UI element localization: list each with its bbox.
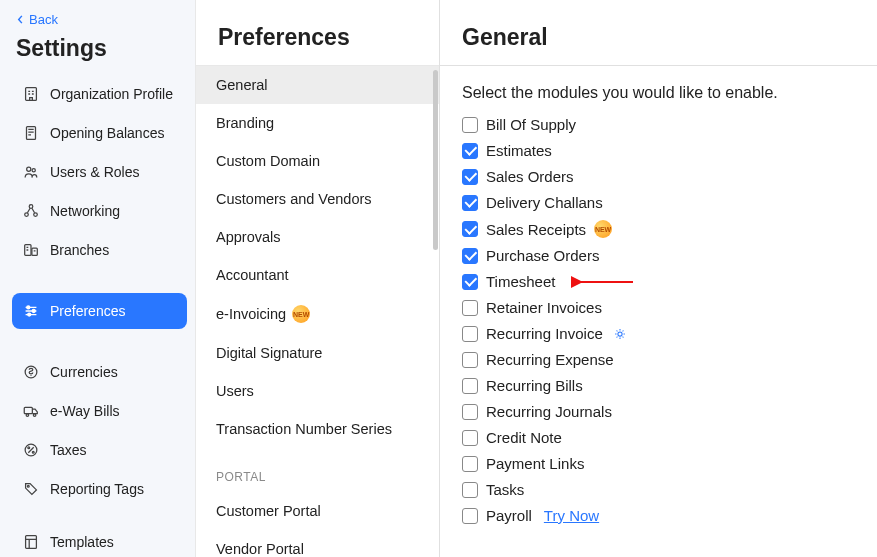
scrollbar-thumb[interactable]: [433, 70, 438, 250]
module-row: Retainer Invoices: [462, 299, 855, 316]
pref-item-accountant[interactable]: Accountant: [196, 256, 439, 294]
module-label: Timesheet: [486, 273, 555, 290]
detail-lead: Select the modules you would like to ena…: [462, 84, 855, 102]
svg-point-22: [618, 331, 622, 335]
module-checkbox[interactable]: [462, 274, 478, 290]
module-checkbox[interactable]: [462, 508, 478, 524]
module-row: Recurring Journals: [462, 403, 855, 420]
svg-point-19: [27, 485, 29, 487]
nav-item-branches[interactable]: Branches: [12, 232, 187, 268]
module-label: Recurring Invoice: [486, 325, 603, 342]
preferences-list: General Branding Custom Domain Customers…: [196, 65, 439, 557]
module-checkbox[interactable]: [462, 300, 478, 316]
nav-item-preferences[interactable]: Preferences: [12, 293, 187, 329]
module-label: Credit Note: [486, 429, 562, 446]
back-link[interactable]: Back: [16, 12, 58, 27]
module-row: Recurring Bills: [462, 377, 855, 394]
module-row: Recurring Expense: [462, 351, 855, 368]
nav-item-label: Branches: [50, 242, 109, 258]
nav-item-label: Reporting Tags: [50, 481, 144, 497]
nav-item-taxes[interactable]: Taxes: [12, 432, 187, 468]
module-label: Recurring Expense: [486, 351, 614, 368]
module-label: Sales Receipts: [486, 221, 586, 238]
pref-item-label: Customers and Vendors: [216, 191, 372, 207]
annotation-arrow-icon: [575, 276, 635, 288]
module-label: Purchase Orders: [486, 247, 599, 264]
nav-item-eway-bills[interactable]: e-Way Bills: [12, 393, 187, 429]
module-label: Payroll: [486, 507, 532, 524]
pref-item-label: Approvals: [216, 229, 280, 245]
module-checkbox[interactable]: [462, 143, 478, 159]
pref-item-label: Custom Domain: [216, 153, 320, 169]
module-row: PayrollTry Now: [462, 507, 855, 524]
module-checkbox[interactable]: [462, 430, 478, 446]
module-checkbox[interactable]: [462, 248, 478, 264]
pref-item-customer-portal[interactable]: Customer Portal: [196, 492, 439, 530]
module-checkbox[interactable]: [462, 456, 478, 472]
module-checkbox[interactable]: [462, 195, 478, 211]
pref-item-e-invoicing[interactable]: e-Invoicing NEW: [196, 294, 439, 334]
scale-icon: [22, 124, 40, 142]
pref-item-branding[interactable]: Branding: [196, 104, 439, 142]
detail-column: General Select the modules you would lik…: [440, 0, 877, 557]
nav-item-label: e-Way Bills: [50, 403, 120, 419]
svg-point-3: [32, 169, 35, 172]
module-row: Payment Links: [462, 455, 855, 472]
nav-item-users-roles[interactable]: Users & Roles: [12, 154, 187, 190]
pref-item-vendor-portal[interactable]: Vendor Portal: [196, 530, 439, 557]
nav-item-currencies[interactable]: Currencies: [12, 354, 187, 390]
svg-point-2: [27, 167, 31, 171]
module-label: Sales Orders: [486, 168, 574, 185]
svg-point-15: [33, 414, 36, 417]
pref-item-approvals[interactable]: Approvals: [196, 218, 439, 256]
module-checkbox[interactable]: [462, 404, 478, 420]
nav-item-label: Taxes: [50, 442, 87, 458]
module-checkbox[interactable]: [462, 482, 478, 498]
module-checkbox[interactable]: [462, 378, 478, 394]
module-row: Purchase Orders: [462, 247, 855, 264]
nav-item-label: Templates: [50, 534, 114, 550]
users-icon: [22, 163, 40, 181]
module-checkbox[interactable]: [462, 117, 478, 133]
svg-point-9: [27, 306, 30, 309]
svg-rect-1: [27, 127, 36, 140]
gear-icon[interactable]: [613, 327, 627, 341]
nav-item-reporting-tags[interactable]: Reporting Tags: [12, 471, 187, 507]
module-label: Recurring Bills: [486, 377, 583, 394]
module-checkbox[interactable]: [462, 169, 478, 185]
nav-item-organization-profile[interactable]: Organization Profile: [12, 76, 187, 112]
pref-item-label: Transaction Number Series: [216, 421, 392, 437]
module-label: Bill Of Supply: [486, 116, 576, 133]
settings-sidebar: Back Settings Organization Profile Openi…: [0, 0, 196, 557]
pref-item-label: General: [216, 77, 268, 93]
module-checkbox[interactable]: [462, 326, 478, 342]
svg-rect-20: [26, 536, 37, 549]
pref-item-general[interactable]: General: [196, 66, 439, 104]
module-label: Estimates: [486, 142, 552, 159]
module-row: Bill Of Supply: [462, 116, 855, 133]
pref-item-digital-signature[interactable]: Digital Signature: [196, 334, 439, 372]
pref-item-transaction-number-series[interactable]: Transaction Number Series: [196, 410, 439, 448]
module-checkbox[interactable]: [462, 221, 478, 237]
module-checkbox[interactable]: [462, 352, 478, 368]
pref-item-label: Vendor Portal: [216, 541, 304, 557]
svg-point-6: [34, 213, 38, 217]
nav-item-templates[interactable]: Templates: [12, 524, 187, 557]
module-label: Recurring Journals: [486, 403, 612, 420]
pref-item-custom-domain[interactable]: Custom Domain: [196, 142, 439, 180]
pref-item-label: Customer Portal: [216, 503, 321, 519]
module-row: Estimates: [462, 142, 855, 159]
nav-item-opening-balances[interactable]: Opening Balances: [12, 115, 187, 151]
svg-rect-0: [26, 88, 37, 101]
sliders-icon: [22, 302, 40, 320]
pref-item-label: Users: [216, 383, 254, 399]
pref-item-users[interactable]: Users: [196, 372, 439, 410]
module-row: Timesheet: [462, 273, 855, 290]
pref-item-customers-vendors[interactable]: Customers and Vendors: [196, 180, 439, 218]
nav-item-networking[interactable]: Networking: [12, 193, 187, 229]
pref-item-label: Accountant: [216, 267, 289, 283]
try-now-link[interactable]: Try Now: [544, 507, 599, 524]
module-label: Tasks: [486, 481, 524, 498]
settings-title: Settings: [16, 35, 187, 62]
nav-item-label: Currencies: [50, 364, 118, 380]
